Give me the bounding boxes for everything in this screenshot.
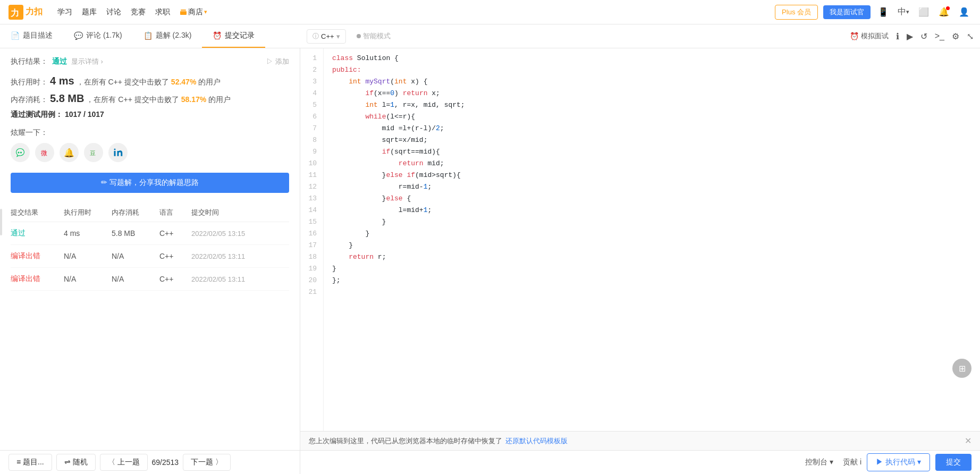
- memory-value: 5.8 MB: [50, 92, 84, 105]
- problem-menu-button[interactable]: ≡ 题目...: [9, 454, 52, 471]
- line-num-4: 4: [300, 88, 323, 99]
- submit-button[interactable]: 提交: [935, 454, 971, 471]
- line-num-16: 16: [300, 228, 323, 240]
- settings-icon[interactable]: ⚙: [952, 31, 959, 41]
- line-num-19: 19: [300, 263, 323, 275]
- status-error-2[interactable]: 编译出错: [11, 251, 64, 261]
- time-1: 2022/02/05 13:15: [191, 230, 289, 238]
- nav-study[interactable]: 学习: [57, 7, 72, 17]
- nav-problems[interactable]: 题库: [82, 7, 97, 17]
- tab-submissions[interactable]: ⏰ 提交记录: [202, 24, 265, 48]
- code-line-12: r=mid-1;: [332, 181, 980, 193]
- code-line-2: public:: [332, 64, 980, 76]
- testcases-value: 1017 / 1017: [65, 110, 104, 118]
- nav-contest[interactable]: 竞赛: [131, 7, 146, 17]
- contribute-button[interactable]: 贡献 i: [843, 458, 861, 467]
- logo[interactable]: 力 力扣: [9, 5, 43, 20]
- svg-text:力: 力: [10, 9, 19, 18]
- notification-icon[interactable]: 🔔: [936, 5, 951, 20]
- result-header: 执行结果： 通过 显示详情 › ▷ 添加: [11, 57, 289, 66]
- line-num-2: 2: [300, 64, 323, 76]
- line-num-12: 12: [300, 181, 323, 193]
- write-solution-button[interactable]: ✏ 写题解，分享我的解题思路: [11, 173, 289, 193]
- share-wechat[interactable]: [11, 143, 30, 162]
- line-num-11: 11: [300, 170, 323, 181]
- runtime-3: N/A: [64, 275, 112, 283]
- svg-text:微: 微: [41, 149, 47, 157]
- plus-button[interactable]: Plus 会员: [775, 5, 818, 20]
- contribute-label: 贡献 i: [843, 458, 861, 467]
- console-button[interactable]: 控制台 ▾: [801, 455, 838, 469]
- line-num-10: 10: [300, 158, 323, 170]
- interview-button[interactable]: 我是面试官: [823, 5, 871, 19]
- restore-close-button[interactable]: ✕: [965, 436, 971, 446]
- run-icon[interactable]: ▶: [907, 31, 913, 41]
- floating-action-button[interactable]: ⊞: [952, 359, 971, 378]
- code-line-5: int l=1, r=x, mid, sqrt;: [332, 99, 980, 111]
- status-pass-1[interactable]: 通过: [11, 228, 64, 238]
- svg-rect-2: [181, 10, 186, 11]
- restore-link[interactable]: 还原默认代码模板版: [505, 436, 568, 446]
- smart-mode-dot: [357, 34, 361, 38]
- add-button[interactable]: ▷ 添加: [266, 57, 289, 66]
- refresh-icon[interactable]: ↺: [920, 31, 927, 41]
- lang-1: C++: [159, 229, 191, 238]
- tab-submissions-label: 提交记录: [225, 31, 255, 40]
- nav-discuss[interactable]: 讨论: [106, 7, 121, 17]
- col-header-memory: 内存消耗: [112, 208, 159, 217]
- left-panel: 执行结果： 通过 显示详情 › ▷ 添加 执行用时： 4 ms ，在所有 C++…: [0, 48, 300, 450]
- expand-icon[interactable]: ⬜: [916, 5, 931, 20]
- nav-shop[interactable]: 商店 ▾: [180, 7, 207, 17]
- share-bell[interactable]: 🔔: [60, 143, 79, 162]
- fullscreen-icon[interactable]: ⤡: [967, 31, 974, 41]
- line-num-7: 7: [300, 123, 323, 134]
- lang-2: C++: [159, 252, 191, 260]
- smart-mode-toggle[interactable]: 智能模式: [351, 29, 396, 43]
- terminal-icon[interactable]: >_: [935, 31, 944, 41]
- run-code-button[interactable]: ▶ 执行代码 ▾: [867, 453, 930, 471]
- runtime-suffix: 的用户: [198, 78, 221, 87]
- code-editor[interactable]: 1 2 3 4 5 6 7 8 9 10 11 12 13 14: [300, 48, 980, 431]
- prev-problem-button[interactable]: 〈 上一题: [100, 454, 148, 471]
- share-weibo[interactable]: 微: [35, 143, 54, 162]
- code-line-15: }: [332, 216, 980, 228]
- language-label: C++: [321, 32, 334, 40]
- memory-1: 5.8 MB: [112, 229, 159, 238]
- left-edge-handle[interactable]: [0, 209, 2, 235]
- language-selector[interactable]: ⓘ C++ ▾: [307, 29, 346, 44]
- code-line-8: sqrt=x/mid;: [332, 134, 980, 146]
- result-detail[interactable]: 显示详情 ›: [71, 57, 103, 66]
- memory-label: 内存消耗：: [11, 95, 48, 105]
- line-num-8: 8: [300, 134, 323, 146]
- share-linkedin[interactable]: [108, 143, 128, 162]
- share-label: 炫耀一下：: [11, 128, 289, 138]
- restore-banner: 您上次编辑到这里，代码已从您浏览器本地的临时存储中恢复了 还原默认代码模板版 ✕: [300, 431, 980, 450]
- console-label: 控制台 ▾: [805, 458, 833, 467]
- share-douban[interactable]: 豆: [84, 143, 103, 162]
- result-label: 执行结果：: [11, 57, 48, 66]
- font-size-selector[interactable]: 中▾: [896, 5, 911, 20]
- table-row: 通过 4 ms 5.8 MB C++ 2022/02/05 13:15: [11, 222, 289, 245]
- random-button[interactable]: ⇌ 随机: [56, 454, 96, 471]
- col-header-lang: 语言: [159, 208, 191, 217]
- code-line-21: [332, 286, 980, 298]
- svg-rect-3: [180, 11, 187, 15]
- line-num-15: 15: [300, 216, 323, 228]
- info-icon[interactable]: ℹ: [896, 31, 899, 41]
- runtime-1: 4 ms: [64, 229, 112, 238]
- line-num-18: 18: [300, 251, 323, 263]
- col-header-time: 提交时间: [191, 208, 289, 217]
- tab-description[interactable]: 📄 题目描述: [0, 24, 63, 48]
- testcases-label: 通过测试用例：: [11, 110, 63, 118]
- tablet-icon[interactable]: 📱: [876, 5, 891, 20]
- simulate-button[interactable]: ⏰ 模拟面试: [850, 31, 889, 41]
- nav-jobs[interactable]: 求职: [155, 7, 170, 17]
- status-error-3[interactable]: 编译出错: [11, 274, 64, 284]
- tab-solutions[interactable]: 📋 题解 (2.3k): [133, 24, 202, 48]
- tab-comments[interactable]: 💬 评论 (1.7k): [63, 24, 133, 48]
- submissions-scroll[interactable]: 执行结果： 通过 显示详情 › ▷ 添加 执行用时： 4 ms ，在所有 C++…: [0, 48, 300, 450]
- tab-description-label: 题目描述: [23, 31, 53, 40]
- svg-point-4: [18, 152, 20, 154]
- next-problem-button[interactable]: 下一题 〉: [183, 454, 231, 471]
- user-icon[interactable]: 👤: [957, 5, 971, 20]
